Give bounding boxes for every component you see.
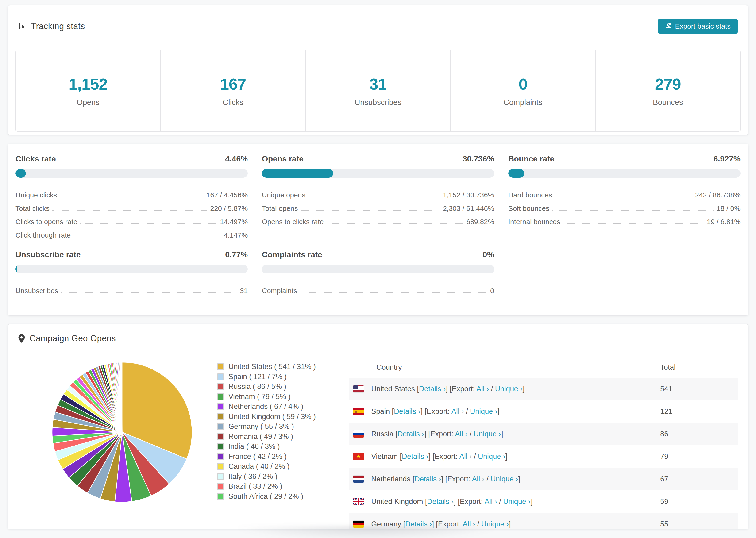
rate-row-label: Internal bounces <box>508 218 561 226</box>
export-unique-link[interactable]: Unique › <box>495 385 522 393</box>
legend-swatch <box>217 463 224 470</box>
legend-label: United Kingdom ( 59 / 3% ) <box>229 412 316 421</box>
country-cell: United Kingdom [Details ›] [Export: All … <box>349 490 660 513</box>
details-link[interactable]: Details › <box>405 520 432 528</box>
country-cell-content: ★Vietnam [Details ›] [Export: All › / Un… <box>349 445 660 468</box>
legend-item: Spain ( 121 / 7% ) <box>217 372 316 382</box>
table-row: ★Vietnam [Details ›] [Export: All › / Un… <box>349 445 738 468</box>
vn-flag-icon: ★ <box>353 453 364 460</box>
export-all-link[interactable]: All › <box>455 430 467 438</box>
country-cell: Germany [Details ›] [Export: All › / Uni… <box>349 513 660 529</box>
geo-pie-chart <box>47 357 197 507</box>
table-row: Germany [Details ›] [Export: All › / Uni… <box>349 513 738 529</box>
details-link[interactable]: Details › <box>427 497 454 506</box>
stat-value: 0 <box>519 75 527 93</box>
rate-row-label: Total clicks <box>16 204 50 212</box>
dotted-leader <box>300 293 487 293</box>
rate-row-label: Total opens <box>262 204 298 212</box>
country-links: Netherlands [Details ›] [Export: All › /… <box>371 475 520 483</box>
stat-label: Clicks <box>223 98 243 107</box>
dotted-leader <box>552 210 714 211</box>
stat-box: 1,152Opens <box>16 50 160 132</box>
rate-row-label: Unsubscribes <box>16 287 58 295</box>
ru-flag-icon <box>353 430 364 438</box>
export-basic-stats-button[interactable]: Export basic stats <box>658 19 738 33</box>
country-cell-content: United Kingdom [Details ›] [Export: All … <box>349 490 660 513</box>
pie-slice[interactable] <box>122 362 122 432</box>
legend-label: Brazil ( 33 / 2% ) <box>229 482 282 491</box>
rate-panel-opens-rate: Opens rate30.736%Unique opens1,152 / 30.… <box>262 154 494 239</box>
rate-row-label: Unique opens <box>262 191 305 199</box>
export-unique-link[interactable]: Unique › <box>473 430 501 438</box>
legend-item: Vietnam ( 79 / 5% ) <box>217 392 316 402</box>
total-cell: 59 <box>660 490 738 513</box>
country-links: Russia [Details ›] [Export: All › / Uniq… <box>371 430 503 438</box>
rate-row: Unique clicks167 / 4.456% <box>16 186 248 199</box>
dotted-leader <box>52 210 207 211</box>
legend-swatch <box>217 413 224 420</box>
dotted-leader <box>563 224 704 224</box>
stat-box: 279Bounces <box>595 50 740 132</box>
rate-row-value: 242 / 86.738% <box>695 191 740 199</box>
country-cell: Netherlands [Details ›] [Export: All › /… <box>349 468 660 490</box>
export-all-link[interactable]: All › <box>476 385 489 393</box>
legend-swatch <box>217 394 224 400</box>
stat-box: 167Clicks <box>160 50 305 132</box>
country-cell: United States [Details ›] [Export: All ›… <box>349 378 660 400</box>
table-row: Spain [Details ›] [Export: All › / Uniqu… <box>349 400 738 423</box>
stat-label: Complaints <box>504 98 542 107</box>
table-row: United Kingdom [Details ›] [Export: All … <box>349 490 738 513</box>
legend-item: Germany ( 55 / 3% ) <box>217 422 316 432</box>
legend-item: India ( 46 / 3% ) <box>217 442 316 452</box>
export-all-link[interactable]: All › <box>485 497 497 506</box>
map-pin-icon <box>18 334 25 343</box>
export-all-link[interactable]: All › <box>459 452 472 460</box>
rates-grid: Clicks rate4.46%Unique clicks167 / 4.456… <box>8 144 748 309</box>
details-link[interactable]: Details › <box>419 385 446 393</box>
details-link[interactable]: Details › <box>402 452 429 460</box>
rate-row-label: Opens to clicks rate <box>262 218 324 226</box>
details-link[interactable]: Details › <box>398 430 424 438</box>
legend-item: Russia ( 86 / 5% ) <box>217 382 316 392</box>
rate-row: Clicks to opens rate14.497% <box>16 212 248 226</box>
rate-row: Internal bounces19 / 6.81% <box>508 212 740 226</box>
details-link[interactable]: Details › <box>415 475 441 483</box>
export-unique-link[interactable]: Unique › <box>490 475 518 483</box>
export-unique-link[interactable]: Unique › <box>478 452 505 460</box>
progress-bar-track <box>16 265 248 273</box>
legend-swatch <box>217 483 224 490</box>
details-link[interactable]: Details › <box>394 407 421 415</box>
rate-value: 0.77% <box>225 250 248 259</box>
rate-panel-complaints-rate: Complaints rate0%Complaints0 <box>262 250 494 295</box>
legend-swatch <box>217 453 224 460</box>
export-unique-link[interactable]: Unique › <box>481 520 509 528</box>
rate-row-label: Hard bounces <box>508 191 552 199</box>
legend-label: Germany ( 55 / 3% ) <box>229 422 294 431</box>
rate-row-label: Unique clicks <box>16 191 57 199</box>
rate-row: Total opens2,303 / 61.446% <box>262 199 494 212</box>
geo-legend: United States ( 541 / 31% )Spain ( 121 /… <box>217 362 316 529</box>
legend-label: Spain ( 121 / 7% ) <box>229 372 287 381</box>
progress-bar-track <box>508 169 740 178</box>
progress-bar-track <box>16 169 248 178</box>
rate-row: Unique opens1,152 / 30.736% <box>262 186 494 199</box>
us-flag-icon <box>353 385 364 393</box>
export-unique-link[interactable]: Unique › <box>503 497 531 506</box>
export-all-link[interactable]: All › <box>451 407 464 415</box>
rate-row: Opens to clicks rate689.82% <box>262 212 494 226</box>
column-header-country: Country <box>349 357 660 378</box>
legend-label: South Africa ( 29 / 2% ) <box>229 492 303 501</box>
rate-row-value: 19 / 6.81% <box>707 218 740 226</box>
stat-label: Unsubscribes <box>354 98 402 107</box>
country-cell: ★Vietnam [Details ›] [Export: All › / Un… <box>349 445 660 468</box>
export-unique-link[interactable]: Unique › <box>470 407 498 415</box>
export-all-link[interactable]: All › <box>463 520 475 528</box>
legend-item: France ( 42 / 2% ) <box>217 452 316 462</box>
country-cell-content: Netherlands [Details ›] [Export: All › /… <box>349 468 660 490</box>
rate-value: 6.927% <box>714 154 740 163</box>
export-all-link[interactable]: All › <box>472 475 484 483</box>
rate-row-value: 31 <box>240 287 248 295</box>
rate-row-label: Soft bounces <box>508 204 549 212</box>
legend-label: Russia ( 86 / 5% ) <box>229 382 286 391</box>
rate-rows: Hard bounces242 / 86.738%Soft bounces18 … <box>508 186 740 226</box>
